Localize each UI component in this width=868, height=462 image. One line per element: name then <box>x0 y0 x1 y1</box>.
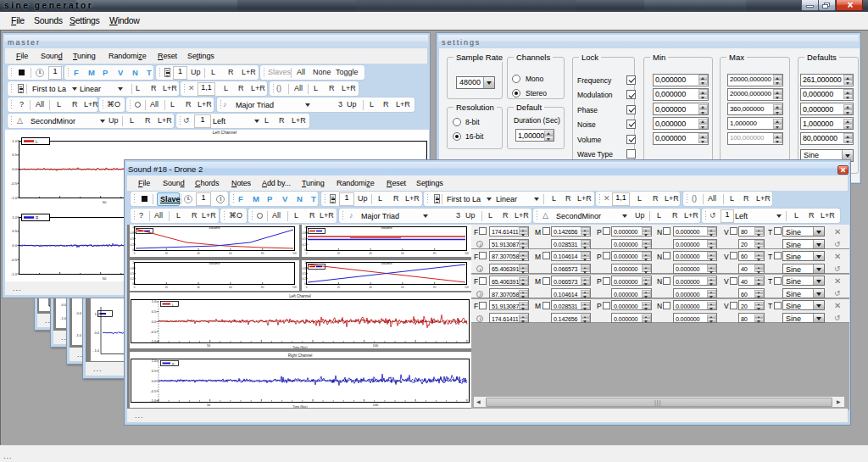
svg-text:50: 50 <box>207 404 210 407</box>
svg-text:0.8: 0.8 <box>303 231 307 235</box>
svg-text:0.8: 0.8 <box>131 267 135 270</box>
svg-text:100: 100 <box>465 252 469 255</box>
svg-text:1: 1 <box>132 225 134 229</box>
svg-text:60: 60 <box>229 286 232 289</box>
svg-text:0.0: 0.0 <box>94 331 99 335</box>
svg-text:0.2: 0.2 <box>303 277 307 281</box>
svg-text:1: 1 <box>304 261 306 264</box>
svg-text:80: 80 <box>261 252 264 255</box>
svg-text:0.2: 0.2 <box>131 277 135 281</box>
svg-text:0.5: 0.5 <box>131 272 135 276</box>
svg-text:0: 0 <box>134 252 136 255</box>
svg-text:Time (Sec): Time (Sec) <box>292 346 307 349</box>
svg-text:0.5: 0.5 <box>303 237 307 241</box>
svg-text:-0.5: -0.5 <box>150 331 156 334</box>
svg-text:1: 1 <box>304 225 306 229</box>
svg-text:40: 40 <box>369 252 372 255</box>
svg-text:0.0: 0.0 <box>12 167 17 171</box>
svg-text:0.2: 0.2 <box>303 243 307 247</box>
svg-text:0: 0 <box>306 286 308 289</box>
svg-text:1: 1 <box>132 261 134 264</box>
svg-text:1.0: 1.0 <box>152 359 156 363</box>
svg-text:0: 0 <box>306 252 308 255</box>
svg-text:-1.0: -1.0 <box>150 340 156 343</box>
svg-text:50: 50 <box>207 344 210 348</box>
svg-text:100: 100 <box>465 286 469 289</box>
svg-text:1.0: 1.0 <box>152 300 156 303</box>
svg-text:100: 100 <box>373 404 378 407</box>
svg-text:0.8: 0.8 <box>131 231 135 235</box>
svg-text:20: 20 <box>165 286 169 289</box>
svg-text:0.2: 0.2 <box>131 243 135 247</box>
svg-text:0.0: 0.0 <box>152 380 156 383</box>
svg-text:0.5: 0.5 <box>12 229 17 233</box>
svg-text:80: 80 <box>433 286 437 289</box>
svg-text:40: 40 <box>369 286 372 289</box>
svg-text:0.0: 0.0 <box>76 311 81 315</box>
svg-text:0.8: 0.8 <box>303 267 307 270</box>
svg-text:40: 40 <box>197 252 200 255</box>
svg-text:-1.0: -1.0 <box>75 333 82 337</box>
svg-text:60: 60 <box>401 252 404 255</box>
svg-text:0: 0 <box>134 286 136 289</box>
svg-text:Left Channel: Left Channel <box>213 130 236 135</box>
svg-text:1.0: 1.0 <box>12 139 17 143</box>
svg-text:0.5: 0.5 <box>131 237 135 241</box>
svg-text:0.5: 0.5 <box>152 310 156 314</box>
svg-text:0.0: 0.0 <box>12 243 17 248</box>
svg-text:0.0: 0.0 <box>152 320 156 324</box>
svg-text:80: 80 <box>433 252 437 255</box>
svg-text:-1.0: -1.0 <box>93 348 100 353</box>
svg-text:-0.5: -0.5 <box>11 181 18 186</box>
svg-text:Time (Sec): Time (Sec) <box>292 405 307 409</box>
svg-text:1.0: 1.0 <box>94 312 99 316</box>
svg-text:-0.5: -0.5 <box>11 258 18 262</box>
svg-text:40: 40 <box>197 286 200 289</box>
svg-text:-1.0: -1.0 <box>11 196 18 200</box>
svg-text:50: 50 <box>103 200 107 204</box>
svg-text:-0.5: -0.5 <box>150 390 156 393</box>
svg-text:20: 20 <box>165 252 169 255</box>
svg-text:Left Channel: Left Channel <box>289 294 311 298</box>
svg-text:0.5: 0.5 <box>303 272 307 276</box>
svg-text:50: 50 <box>103 276 107 281</box>
svg-text:0.5: 0.5 <box>12 153 17 157</box>
svg-text:20: 20 <box>337 252 341 255</box>
svg-text:L: L <box>172 303 174 307</box>
svg-text:80: 80 <box>261 286 264 289</box>
svg-text:Right Channel: Right Channel <box>288 353 313 358</box>
svg-text:100: 100 <box>373 344 378 348</box>
svg-text:1.0: 1.0 <box>12 215 17 220</box>
svg-text:20: 20 <box>337 286 341 289</box>
svg-text:R: R <box>172 363 175 366</box>
svg-text:-1.0: -1.0 <box>11 272 18 276</box>
svg-text:-1.0: -1.0 <box>150 399 156 403</box>
svg-text:60: 60 <box>229 252 232 255</box>
svg-text:100: 100 <box>292 286 297 289</box>
svg-text:60: 60 <box>401 286 404 289</box>
svg-text:0.5: 0.5 <box>152 370 156 373</box>
svg-text:100: 100 <box>292 252 297 255</box>
